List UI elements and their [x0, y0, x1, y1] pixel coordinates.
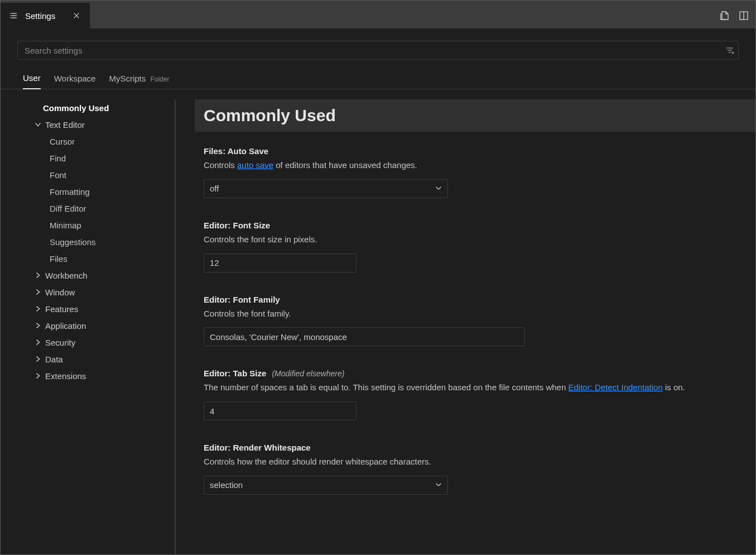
toc-application[interactable]: Application — [20, 317, 169, 334]
toc-label: Application — [45, 321, 86, 331]
setting-desc: Controls the font family. — [204, 308, 755, 320]
tab-title: Settings — [25, 11, 55, 21]
chevron-right-icon — [33, 305, 43, 313]
setting-title: Files: Auto Save — [204, 146, 755, 156]
chevron-right-icon — [33, 322, 43, 329]
toc-label: Security — [45, 338, 75, 347]
close-icon[interactable] — [72, 11, 81, 20]
setting-files-auto-save: Files: Auto Save Controls auto save of e… — [195, 146, 755, 198]
chevron-right-icon — [33, 338, 43, 346]
input-font-size[interactable] — [204, 253, 357, 272]
toc-workbench[interactable]: Workbench — [20, 267, 169, 284]
toc-data[interactable]: Data — [20, 351, 169, 367]
search-settings-field[interactable] — [17, 41, 739, 60]
chevron-right-icon — [33, 355, 43, 363]
setting-editor-tab-size: Editor: Tab Size (Modified elsewhere) Th… — [195, 369, 755, 420]
setting-title: Editor: Font Size — [204, 221, 755, 230]
toc-label: Workbench — [45, 271, 88, 280]
open-settings-json-icon[interactable] — [719, 9, 731, 22]
setting-desc: The number of spaces a tab is equal to. … — [204, 381, 755, 394]
section-title: Commonly Used — [204, 106, 747, 125]
toc-find[interactable]: Find — [20, 150, 169, 166]
toc-font[interactable]: Font — [20, 166, 169, 183]
toc-minimap[interactable]: Minimap — [20, 217, 169, 233]
toc-label: Window — [45, 288, 75, 297]
scope-folder-suffix: Folder — [150, 75, 169, 83]
main: Commonly Used Text Editor Cursor Find Fo… — [1, 89, 755, 554]
tab-bar-actions — [719, 3, 755, 28]
input-tab-size[interactable] — [204, 401, 357, 420]
scope-user[interactable]: User — [23, 73, 41, 89]
toc-security[interactable]: Security — [20, 334, 169, 351]
setting-title: Editor: Tab Size (Modified elsewhere) — [204, 369, 755, 378]
scope-workspace[interactable]: Workspace — [54, 74, 96, 89]
toc-label: Text Editor — [45, 120, 85, 130]
split-editor-icon[interactable] — [738, 9, 750, 22]
toc-window[interactable]: Window — [20, 284, 169, 300]
toc-text-editor[interactable]: Text Editor — [20, 116, 169, 133]
section-header: Commonly Used — [195, 99, 755, 132]
toc-label: Features — [45, 304, 78, 314]
settings-toc: Commonly Used Text Editor Cursor Find Fo… — [20, 99, 176, 554]
editor-tabs: Settings — [1, 1, 755, 28]
input-font-family[interactable] — [204, 327, 525, 346]
toc-commonly-used[interactable]: Commonly Used — [20, 99, 169, 116]
setting-title: Editor: Render Whitespace — [204, 443, 755, 452]
modified-elsewhere-note: (Modified elsewhere) — [272, 369, 344, 378]
select-auto-save[interactable]: off — [204, 179, 448, 198]
search-input[interactable] — [25, 46, 725, 55]
select-render-whitespace[interactable]: selection — [204, 476, 448, 495]
toc-formatting[interactable]: Formatting — [20, 183, 169, 200]
toc-files[interactable]: Files — [20, 250, 169, 267]
toc-label: Extensions — [45, 371, 86, 381]
setting-desc: Controls the font size in pixels. — [204, 233, 755, 246]
link-auto-save[interactable]: auto save — [237, 160, 273, 170]
toc-diff-editor[interactable]: Diff Editor — [20, 200, 169, 217]
setting-desc: Controls how the editor should render wh… — [204, 456, 755, 468]
select-input[interactable]: off — [204, 179, 448, 198]
scope-tabs: User Workspace MyScripts Folder — [1, 65, 755, 89]
settings-content: Commonly Used Files: Auto Save Controls … — [176, 99, 755, 554]
toc-cursor[interactable]: Cursor — [20, 133, 169, 150]
settings-list-icon — [9, 11, 20, 21]
toc-extensions[interactable]: Extensions — [20, 367, 169, 384]
setting-editor-font-family: Editor: Font Family Controls the font fa… — [195, 295, 755, 347]
toc-label: Data — [45, 355, 63, 364]
link-detect-indentation[interactable]: Editor: Detect Indentation — [568, 382, 662, 392]
scope-folder[interactable]: MyScripts Folder — [109, 74, 169, 89]
setting-editor-font-size: Editor: Font Size Controls the font size… — [195, 221, 755, 272]
chevron-down-icon — [33, 121, 43, 128]
select-input[interactable]: selection — [204, 476, 448, 495]
scope-folder-name: MyScripts — [109, 74, 146, 83]
toc-features[interactable]: Features — [20, 300, 169, 317]
tab-settings[interactable]: Settings — [1, 3, 90, 28]
toc-suggestions[interactable]: Suggestions — [20, 233, 169, 250]
search-row — [1, 28, 755, 65]
chevron-right-icon — [33, 288, 43, 296]
setting-desc: Controls auto save of editors that have … — [204, 159, 755, 171]
chevron-right-icon — [33, 271, 43, 279]
filter-icon[interactable] — [725, 45, 735, 55]
setting-editor-render-whitespace: Editor: Render Whitespace Controls how t… — [195, 443, 755, 495]
setting-title: Editor: Font Family — [204, 295, 755, 304]
chevron-right-icon — [33, 372, 43, 380]
